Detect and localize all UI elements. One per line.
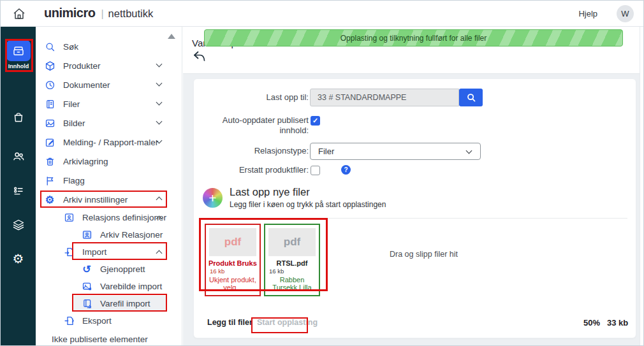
file-name: Produkt Bruks...	[209, 259, 257, 267]
file-card[interactable]: pdfRTSL.pdf16 kbRabben Tursekk Lilla	[264, 224, 320, 296]
gear-icon[interactable]: ⚙	[1, 251, 36, 266]
file-status: Rabben Tursekk Lilla	[268, 276, 316, 291]
product-name: nettbutikk	[108, 8, 154, 20]
sidebar-item-label: Bilder	[63, 119, 85, 128]
sidebar-item-varefil-import[interactable]: Varefil import	[36, 295, 182, 312]
sidebar-item-label: Ikke publiserte elementer	[52, 335, 148, 344]
sidebar-item-arkivlagring[interactable]: Arkivlagring	[36, 152, 182, 171]
upload-title: Last opp nye filer	[230, 186, 310, 198]
chevron-down-icon	[156, 80, 163, 87]
help-badge-icon[interactable]: ?	[341, 165, 351, 175]
sidebar-item-label: Produkter	[63, 61, 101, 71]
sidebar-item-arkiv-innstillinger[interactable]: ⚙Arkiv innstillinger	[36, 190, 182, 209]
progress-value: 50%	[583, 318, 600, 328]
person-card-icon	[63, 212, 75, 224]
avatar[interactable]: W	[617, 5, 634, 22]
sidebar-item-søk[interactable]: Søk	[36, 37, 182, 56]
total-size-value: 33 kb	[607, 318, 628, 328]
sidebar-item-label: Arkiv Relasjoner	[100, 230, 163, 240]
sidebar-item-flagg[interactable]: Flagg	[36, 171, 182, 190]
history-icon	[44, 79, 55, 90]
sidebar-item-produkter[interactable]: Produkter	[36, 56, 182, 75]
sidebar-item-label: Dokumenter	[63, 80, 110, 90]
restore-icon: ↺	[81, 264, 92, 275]
file-card[interactable]: pdfProdukt Bruks...16 kbUkjent produkt, …	[205, 224, 261, 296]
replace-files-label: Erstatt produktfiler:	[194, 165, 309, 175]
folder-search-button[interactable]	[459, 89, 483, 106]
gear-icon: ⚙	[44, 194, 55, 205]
image-icon	[44, 117, 55, 129]
sidebar-menu: SøkProdukterDokumenterFilerBilderMelding…	[36, 37, 182, 346]
replace-files-checkbox[interactable]	[311, 166, 320, 175]
archive-box-icon	[6, 40, 31, 61]
logo-divider: |	[101, 8, 103, 20]
box-icon	[44, 60, 55, 71]
sidebar-item-filer[interactable]: Filer	[36, 94, 182, 113]
sidebar-item-bilder[interactable]: Bilder	[36, 113, 182, 133]
relation-type-select[interactable]: Filer	[310, 143, 481, 160]
top-header: unimicro | nettbutikk Hjelp W	[1, 1, 643, 27]
file-thumbnail: pdf	[268, 228, 316, 256]
sidebar-item-ikke-publiserte-elementer[interactable]: Ikke publiserte elementer	[36, 329, 182, 346]
upload-queue: pdfProdukt Bruks...16 kbUkjent produkt, …	[205, 224, 320, 296]
sidebar-item-varebilde-import[interactable]: Varebilde import	[36, 278, 182, 295]
checklist-icon[interactable]	[1, 184, 36, 198]
file-thumbnail: pdf	[209, 228, 256, 256]
help-link[interactable]: Hjelp	[578, 9, 597, 18]
back-arrow-icon[interactable]	[193, 50, 207, 63]
relation-type-label: Relasjonstype:	[194, 146, 309, 156]
content-sidebar: SøkProdukterDokumenterFilerBilderMelding…	[36, 27, 182, 346]
sidebar-item-label: Melding- / Rapport-maler	[63, 138, 158, 147]
scrollbar-gutter[interactable]	[640, 27, 644, 346]
auto-update-checkbox[interactable]: ✓	[311, 116, 320, 126]
shopping-bag-icon[interactable]	[1, 110, 36, 124]
edit-icon	[44, 136, 55, 148]
flag-icon	[44, 175, 55, 186]
users-icon[interactable]	[1, 149, 36, 163]
search-icon	[466, 92, 476, 103]
chevron-down-icon	[466, 148, 472, 154]
layers-icon[interactable]	[1, 218, 36, 232]
dropzone-hint: Dra og slipp filer hit	[390, 250, 458, 259]
sidebar-item-arkiv-relasjoner[interactable]: Arkiv Relasjoner	[36, 226, 182, 243]
file-status: Ukjent produkt, velg...	[209, 276, 257, 291]
sidebar-item-label: Eksport	[82, 316, 112, 326]
chevron-up-icon	[156, 197, 163, 203]
sidebar-item-label: Gjenopprett	[100, 264, 145, 274]
chevron-down-icon	[156, 61, 163, 68]
sidebar-item-label: Filer	[63, 99, 80, 109]
relation-type-value: Filer	[318, 147, 334, 156]
rail-item-innhold[interactable]: Innhold	[6, 40, 31, 69]
import-file-icon	[63, 247, 75, 258]
sidebar-item-label: Søk	[63, 42, 78, 52]
app-window: unimicro | nettbutikk Hjelp W Innhold	[0, 0, 644, 346]
sidebar-item-label: Arkivlagring	[63, 157, 108, 166]
sidebar-item-label: Import	[82, 247, 106, 257]
sidebar-item-label: Relasjons definisjoner	[82, 213, 166, 222]
success-toast: Opplasting og tilknytning fullført for a…	[204, 29, 623, 47]
search-icon	[44, 41, 55, 52]
sidebar-item-label: Varefil import	[100, 299, 150, 308]
add-plus-icon: +	[203, 188, 223, 208]
sidebar-item-gjenopprett[interactable]: ↺Gjenopprett	[36, 261, 182, 278]
file-size: 16 kb	[209, 268, 257, 275]
sidebar-item-label: Varebilde import	[100, 282, 162, 291]
sidebar-item-dokumenter[interactable]: Dokumenter	[36, 75, 182, 94]
add-files-button[interactable]: Legg til filer	[207, 318, 252, 327]
main-area: Varefil import Opplasting og tilknytning…	[183, 27, 644, 346]
primary-rail: Innhold ⚙	[1, 27, 36, 346]
sidebar-item-melding-rapport-maler[interactable]: Melding- / Rapport-maler	[36, 133, 182, 152]
sidebar-item-relasjons-definisjoner[interactable]: Relasjons definisjoner	[36, 209, 182, 226]
sidebar-item-import[interactable]: Import	[36, 243, 182, 261]
home-icon[interactable]	[11, 6, 27, 22]
file-size: 16 kb	[268, 268, 316, 275]
sidebar-item-eksport[interactable]: Eksport	[36, 312, 182, 329]
brand-name: unimicro	[44, 6, 95, 20]
upload-to-input[interactable]: 33 # STANDARDMAPPE	[310, 89, 459, 106]
export-file-icon	[63, 315, 75, 327]
divider	[205, 218, 627, 219]
upload-to-label: Last opp til:	[194, 92, 309, 103]
image-import-icon	[81, 281, 92, 292]
start-upload-button[interactable]: Start opplasting	[257, 318, 318, 327]
person-card-filled-icon	[81, 229, 92, 241]
